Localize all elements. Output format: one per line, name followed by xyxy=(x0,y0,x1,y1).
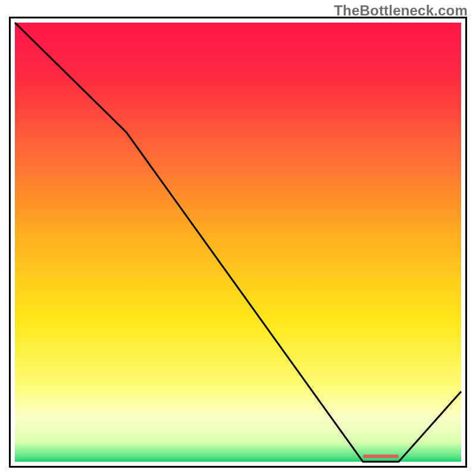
bottleneck-chart xyxy=(0,0,476,476)
watermark-text: TheBottleneck.com xyxy=(334,2,468,19)
flat-min-marker xyxy=(363,455,399,458)
chart-frame: TheBottleneck.com xyxy=(0,0,476,476)
